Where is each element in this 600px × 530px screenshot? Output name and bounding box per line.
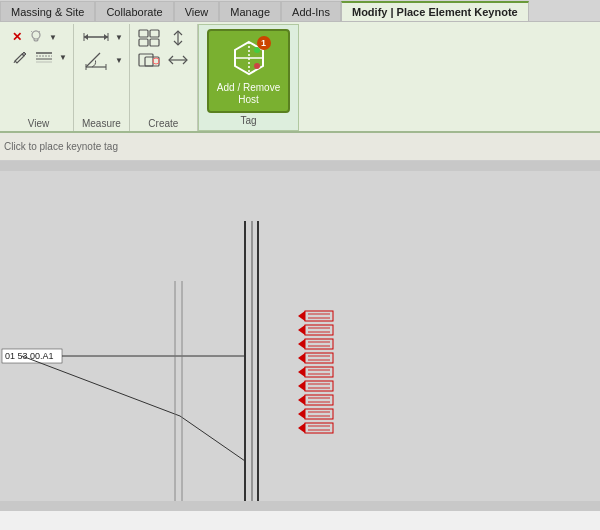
svg-text:01 53 00.A1: 01 53 00.A1 — [5, 351, 54, 361]
lines-btn[interactable] — [32, 48, 56, 66]
create-group-label: Create — [148, 116, 178, 129]
drawing-toolbar-area: Click to place keynote tag — [0, 133, 600, 161]
view-group-items: ✕ ▼ — [10, 28, 67, 116]
canvas-area[interactable]: 01 53 00.A1 — [0, 161, 600, 511]
create-arr1-btn[interactable] — [165, 28, 191, 48]
view-row1: ✕ ▼ — [10, 28, 67, 46]
svg-rect-19 — [150, 39, 159, 46]
svg-rect-16 — [139, 30, 148, 37]
view-row2: ▼ — [10, 48, 67, 66]
tag-group-items: 1 Add / RemoveHost — [207, 29, 290, 113]
tab-modify-place-element-keynote[interactable]: Modify | Place Element Keynote — [341, 1, 529, 21]
svg-rect-20 — [139, 54, 153, 66]
ribbon-group-tag: 1 Add / RemoveHost — [198, 24, 299, 131]
svg-point-29 — [254, 63, 260, 69]
create-arr2-btn[interactable] — [165, 50, 191, 70]
pencil-btn[interactable] — [10, 48, 30, 66]
tab-bar: Massing & Site Collaborate View Manage A… — [0, 0, 600, 22]
svg-line-4 — [14, 61, 15, 63]
ribbon: ✕ ▼ — [0, 22, 600, 133]
add-remove-host-button[interactable]: 1 Add / RemoveHost — [207, 29, 290, 113]
tab-manage[interactable]: Manage — [219, 1, 281, 21]
ribbon-group-create: Create — [130, 24, 198, 131]
ribbon-content: ✕ ▼ — [4, 24, 596, 131]
ribbon-group-measure: ▼ ▼ — [74, 24, 130, 131]
measure-row1: ▼ — [80, 28, 123, 46]
ribbon-group-view: ✕ ▼ — [4, 24, 74, 131]
svg-point-0 — [32, 31, 40, 39]
tag-group-label: Tag — [240, 113, 256, 126]
measure-dropdown-arrow[interactable]: ▼ — [115, 33, 123, 42]
svg-line-2 — [39, 31, 40, 32]
tab-addins[interactable]: Add-Ins — [281, 1, 341, 21]
measure-row2: ▼ — [80, 48, 123, 72]
svg-point-22 — [153, 58, 159, 64]
tag-badge: 1 — [257, 36, 271, 50]
tab-collaborate[interactable]: Collaborate — [95, 1, 173, 21]
svg-rect-18 — [139, 39, 148, 46]
measure-angle-btn[interactable] — [80, 48, 112, 72]
measure-group-items: ▼ ▼ — [80, 28, 123, 116]
create-comp-btn[interactable] — [136, 28, 162, 48]
svg-rect-17 — [150, 30, 159, 37]
view-dropdown-arrow[interactable]: ▼ — [49, 33, 57, 42]
red-x-btn-1[interactable]: ✕ — [10, 29, 24, 45]
tag-btn-label: Add / RemoveHost — [217, 82, 280, 106]
tag-btn-icon-container: 1 — [227, 36, 271, 80]
tab-view[interactable]: View — [174, 1, 220, 21]
svg-line-3 — [31, 31, 32, 32]
canvas-svg: 01 53 00.A1 — [0, 161, 600, 511]
create-detail-btn[interactable] — [136, 50, 162, 70]
measure-angle-dropdown[interactable]: ▼ — [115, 56, 123, 65]
lightbulb-btn[interactable] — [26, 28, 46, 46]
measure-group-label: Measure — [82, 116, 121, 129]
view-group-label: View — [28, 116, 50, 129]
create-group-items — [136, 28, 191, 116]
drawing-toolbar-hint: Click to place keynote tag — [4, 141, 118, 152]
lines-dropdown-arrow[interactable]: ▼ — [59, 53, 67, 62]
tab-massing-site[interactable]: Massing & Site — [0, 1, 95, 21]
svg-line-13 — [86, 53, 100, 67]
measure-distance-btn[interactable] — [80, 28, 112, 46]
svg-rect-31 — [0, 171, 600, 501]
